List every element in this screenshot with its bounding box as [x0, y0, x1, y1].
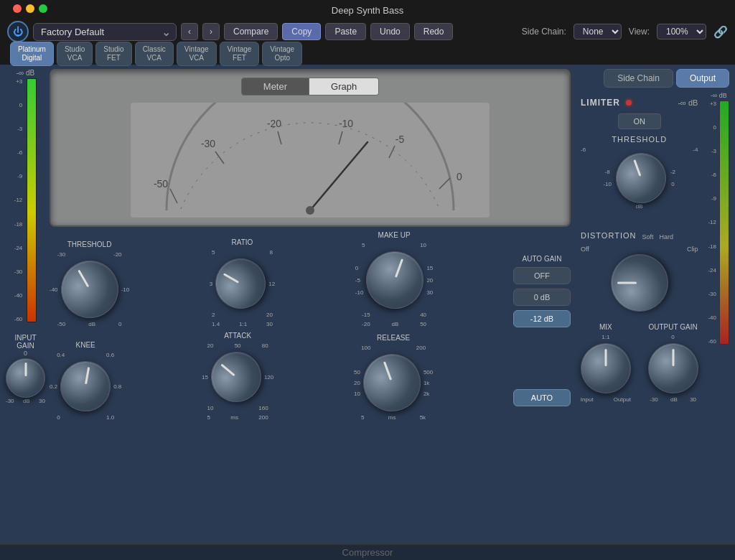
mix-ratio: 1:1	[601, 334, 609, 340]
release-label: RELEASE	[377, 334, 410, 342]
tab-platinum-digital[interactable]: PlatinumDigital	[10, 42, 54, 66]
auto-gain-0db-btn[interactable]: 0 dB	[513, 289, 571, 306]
output-gain-left: -30	[650, 396, 658, 403]
ratio-group: RATIO 5 8 3 12 2 20	[210, 238, 275, 327]
attack-knob[interactable]	[201, 342, 272, 413]
compare-button[interactable]: Compare	[224, 23, 278, 40]
distortion-clip: Clip	[687, 246, 698, 253]
attack-t2: 50	[235, 342, 241, 349]
graph-tab[interactable]: Graph	[309, 78, 379, 95]
makeup-scale-l2: -5	[355, 277, 364, 284]
output-gain-knob[interactable]	[648, 343, 698, 393]
copy-button[interactable]: Copy	[282, 23, 321, 40]
rm-40: -40	[708, 314, 716, 321]
tab-studio-vca[interactable]: StudioVCA	[57, 42, 93, 66]
ratio-scale-l3: 1.4	[212, 321, 220, 327]
attack-b5: 200	[258, 414, 268, 421]
input-gain-knob[interactable]	[6, 358, 45, 398]
limiter-threshold-knob[interactable]	[609, 146, 673, 210]
close-button[interactable]	[13, 4, 22, 13]
knee-knob[interactable]	[57, 357, 115, 415]
attack-unit: ms	[230, 414, 238, 421]
auto-gain-off-btn[interactable]: OFF	[513, 267, 571, 284]
scale-3: -3	[14, 126, 23, 132]
scale-0: 0	[14, 102, 23, 108]
meter-tab[interactable]: Meter	[241, 78, 309, 95]
release-r2: 1k	[423, 380, 433, 386]
release-knob[interactable]	[355, 346, 429, 420]
attack-scale-r: 120	[264, 374, 273, 381]
auto-release-button[interactable]: AUTO	[513, 389, 571, 406]
thresh-scale-tr: -20	[113, 251, 122, 258]
makeup-unit: dB	[391, 321, 398, 327]
ratio-knob[interactable]	[206, 249, 275, 318]
limiter-section: LIMITER -∞ dB ON THRESHOLD -6 -4	[575, 92, 703, 221]
input-meter	[27, 78, 37, 322]
input-gain-unit: dB	[23, 398, 30, 404]
output-gain-label: OUTPUT GAIN	[649, 323, 698, 331]
threshold-label: THRESHOLD	[67, 241, 112, 248]
ratio-scale-t1: 5	[212, 249, 215, 256]
makeup-scale-t2: 10	[420, 242, 426, 248]
tab-vintage-opto[interactable]: VintageOpto	[262, 42, 302, 66]
attack-group: ATTACK 20 50 80 15 120 10 160	[202, 332, 273, 421]
scale-12: -12	[14, 197, 23, 203]
scale-6: -6	[14, 149, 23, 156]
side-chain-select[interactable]: None	[574, 24, 622, 39]
attack-b1: 10	[207, 405, 214, 411]
distortion-section: DISTORTION Soft Hard Off Clip	[575, 225, 703, 317]
tab-classic-vca[interactable]: ClassicVCA	[135, 42, 174, 66]
output-gain-unit: dB	[670, 396, 678, 403]
thresh-r-l1: -8	[603, 169, 612, 175]
knee-scale-b1: 0	[57, 414, 60, 421]
next-preset-button[interactable]: ›	[202, 23, 220, 40]
paste-button[interactable]: Paste	[325, 23, 366, 40]
link-icon[interactable]: 🔗	[713, 25, 728, 39]
svg-text:-5: -5	[395, 134, 405, 145]
makeup-scale-r3: 30	[426, 289, 433, 296]
power-button[interactable]: ⏻	[7, 21, 29, 42]
auto-gain-label: AUTO GAIN	[523, 255, 562, 263]
scale-24: -24	[14, 245, 23, 251]
knee-label: KNEE	[76, 341, 95, 349]
preset-select[interactable]: Factory Default	[33, 23, 177, 41]
maximize-button[interactable]	[39, 4, 47, 13]
scale-60: -60	[14, 316, 23, 322]
side-chain-tab[interactable]: Side Chain	[604, 69, 673, 88]
rm-12: -12	[708, 219, 716, 225]
distortion-knob[interactable]	[611, 254, 668, 312]
release-l2: 20	[354, 380, 360, 386]
right-column: Side Chain Output LIMITER -∞ dB ON	[575, 69, 729, 540]
preset-wrapper: Factory Default	[33, 23, 177, 41]
scale-9: -9	[14, 173, 23, 179]
rm-6: -6	[708, 172, 716, 178]
limiter-on-button[interactable]: ON	[618, 113, 661, 129]
prev-preset-button[interactable]: ‹	[181, 23, 198, 40]
view-select[interactable]: 100%	[657, 24, 706, 39]
makeup-knob[interactable]	[358, 243, 432, 317]
input-gain-label: INPUT GAIN	[6, 334, 45, 350]
view-label: View:	[629, 27, 650, 37]
ratio-scale-l1: 3	[210, 281, 212, 287]
undo-button[interactable]: Undo	[370, 23, 410, 40]
redo-button[interactable]: Redo	[414, 23, 454, 40]
vu-arc: -50 -30 -20 -10 -5	[58, 103, 562, 218]
makeup-scale-l5: -20	[362, 321, 370, 327]
tab-studio-fet[interactable]: StudioFET	[95, 42, 131, 66]
ratio-scale-r1: 12	[268, 281, 275, 287]
mix-knob[interactable]	[581, 343, 631, 393]
rm-60: -60	[708, 338, 716, 345]
tab-vintage-fet[interactable]: VintageFET	[220, 42, 260, 66]
auto-gain-12db-btn[interactable]: -12 dB	[513, 310, 571, 327]
release-t1: 100	[361, 345, 370, 351]
auto-gain-section: AUTO GAIN OFF 0 dB -12 dB	[513, 255, 571, 327]
tab-vintage-vca[interactable]: VintageVCA	[177, 42, 217, 66]
attack-b3: 160	[258, 405, 268, 411]
threshold-knob[interactable]	[50, 250, 128, 328]
rm-9: -9	[708, 195, 716, 202]
output-tab[interactable]: Output	[676, 69, 729, 88]
minimize-button[interactable]	[26, 4, 34, 13]
ratio-unit: 1:1	[239, 321, 247, 327]
output-meter	[719, 101, 729, 345]
svg-text:-30: -30	[201, 138, 215, 149]
